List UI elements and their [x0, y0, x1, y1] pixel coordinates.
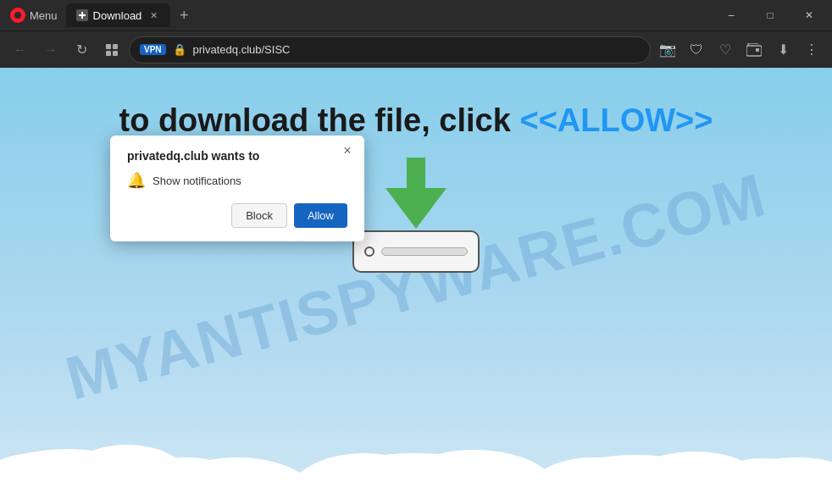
svg-point-12 [288, 453, 542, 504]
popup-title: privatedq.club wants to [127, 149, 347, 163]
svg-point-8 [0, 453, 93, 504]
tabs-button[interactable] [98, 36, 125, 64]
svg-point-14 [390, 450, 559, 504]
popup-description: Show notifications [153, 174, 241, 187]
block-button[interactable]: Block [231, 203, 287, 228]
popup-row: 🔔 Show notifications [127, 171, 347, 190]
tab-close-button[interactable]: ✕ [147, 8, 160, 22]
address-bar[interactable]: VPN 🔒 privatedq.club/SISC [129, 36, 651, 64]
svg-rect-6 [756, 48, 759, 52]
heart-button[interactable]: ♡ [712, 36, 739, 64]
arrow-stem [407, 158, 425, 188]
svg-point-7 [0, 449, 169, 504]
svg-rect-4 [113, 51, 118, 56]
nav-right-icons: 📷 🛡 ♡ ⬇ ⋮ [654, 36, 825, 64]
hdd-dot [364, 246, 374, 257]
svg-point-10 [153, 457, 322, 504]
shield-button[interactable]: 🛡 [683, 36, 710, 64]
popup-close-button[interactable]: × [339, 142, 356, 159]
main-heading: to download the file, click <<ALLOW>> [119, 102, 713, 141]
download-illustration [352, 158, 480, 273]
svg-point-17 [618, 451, 771, 504]
svg-point-13 [288, 453, 441, 504]
close-button[interactable]: ✕ [790, 0, 829, 30]
minimize-button[interactable]: – [712, 0, 751, 30]
back-button[interactable]: ← [7, 36, 34, 64]
svg-point-11 [119, 457, 254, 504]
hdd-slot [381, 247, 468, 256]
notification-icon: 🔔 [127, 171, 146, 190]
address-text: privatedq.club/SISC [193, 43, 640, 56]
svg-point-18 [712, 457, 832, 504]
clouds-svg [0, 368, 832, 504]
maximize-button[interactable]: □ [751, 0, 790, 30]
svg-rect-2 [113, 44, 118, 49]
arrow-head [385, 188, 447, 229]
lock-icon: 🔒 [173, 43, 186, 56]
heading-allow-text: <<ALLOW>> [519, 102, 713, 138]
tab-bar: Menu Download ✕ + – □ ✕ [0, 0, 832, 30]
tab-title: Download [93, 9, 142, 22]
svg-point-19 [703, 458, 822, 504]
heading-static-text: to download the file, click [119, 102, 519, 138]
notification-popup: × privatedq.club wants to 🔔 Show notific… [110, 136, 364, 241]
reload-button[interactable]: ↻ [68, 36, 95, 64]
popup-actions: Block Allow [127, 203, 347, 228]
svg-point-9 [59, 445, 195, 504]
active-tab[interactable]: Download ✕ [66, 3, 171, 27]
clouds [0, 368, 832, 504]
forward-button[interactable]: → [37, 36, 64, 64]
download-button[interactable]: ⬇ [769, 36, 796, 64]
allow-button[interactable]: Allow [294, 203, 347, 228]
tab-favicon-icon [76, 9, 88, 21]
opera-logo-icon [10, 8, 25, 23]
svg-rect-3 [106, 51, 111, 56]
wallet-icon [746, 43, 762, 57]
nav-bar: ← → ↻ VPN 🔒 privatedq.club/SISC 📷 🛡 ♡ [0, 30, 832, 68]
page-content: MYANTISPYWARE.COM to download the file, … [0, 68, 832, 504]
svg-point-16 [525, 457, 661, 504]
wallet-button[interactable] [740, 36, 768, 64]
svg-point-15 [525, 455, 746, 504]
tabs-icon [105, 43, 119, 57]
menu-dots-button[interactable]: ⋮ [798, 36, 825, 64]
vpn-badge: VPN [140, 44, 166, 55]
browser-chrome: Menu Download ✕ + – □ ✕ ← → ↻ [0, 0, 832, 68]
svg-rect-1 [106, 44, 111, 49]
hdd-body [352, 230, 480, 273]
arrow-icon [385, 158, 447, 229]
menu-label: Menu [30, 9, 58, 22]
menu-button[interactable]: Menu [3, 4, 64, 26]
svg-rect-5 [746, 46, 762, 56]
window-controls: – □ ✕ [712, 0, 829, 30]
camera-button[interactable]: 📷 [654, 36, 681, 64]
new-tab-button[interactable]: + [172, 3, 196, 27]
